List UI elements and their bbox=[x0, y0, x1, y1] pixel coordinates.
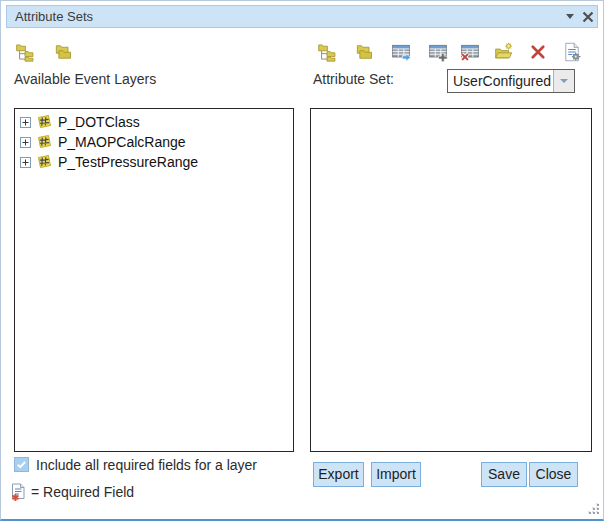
required-field-legend: = Required Field bbox=[10, 482, 134, 502]
table-plus-icon bbox=[428, 42, 448, 62]
delete-x-icon bbox=[529, 43, 547, 61]
event-layer-icon bbox=[36, 134, 52, 150]
check-icon bbox=[15, 457, 28, 472]
attribute-sets-dialog: Attribute Sets bbox=[0, 0, 604, 521]
attribute-set-dropdown-button[interactable] bbox=[553, 70, 574, 92]
include-required-row: Include all required fields for a layer bbox=[14, 456, 257, 473]
close-icon bbox=[582, 11, 594, 23]
expand-plus-icon[interactable] bbox=[20, 157, 31, 168]
folder-gear-icon bbox=[494, 42, 514, 62]
attribute-set-value: UserConfigured bbox=[448, 70, 553, 92]
event-layer-icon bbox=[36, 114, 52, 130]
new-attribute-set-button[interactable] bbox=[492, 40, 516, 64]
document-gear-icon bbox=[562, 42, 582, 62]
add-table-button[interactable] bbox=[426, 40, 450, 64]
folders-icon bbox=[53, 42, 73, 62]
export-button[interactable]: Export bbox=[313, 462, 364, 487]
attribute-set-properties-button[interactable] bbox=[560, 40, 584, 64]
panel-menu-button[interactable] bbox=[561, 7, 579, 26]
event-layer-icon bbox=[36, 154, 52, 170]
table-arrow-icon bbox=[391, 42, 411, 62]
export-table-button[interactable] bbox=[389, 40, 413, 64]
delete-attribute-set-button[interactable] bbox=[526, 40, 550, 64]
expand-plus-icon[interactable] bbox=[20, 117, 31, 128]
expand-all-set-button[interactable] bbox=[315, 40, 339, 64]
available-event-layers-label: Available Event Layers bbox=[14, 71, 156, 87]
attribute-set-fields-list[interactable] bbox=[310, 108, 592, 452]
tree-item[interactable]: P_DOTClass bbox=[15, 112, 293, 132]
folder-tree-icon bbox=[317, 42, 337, 62]
collapse-all-set-button[interactable] bbox=[352, 40, 376, 64]
tree-item-label: P_MAOPCalcRange bbox=[58, 134, 186, 150]
available-event-layers-tree: P_DOTClass P_MAOPCalcRange P_TestPressur… bbox=[14, 108, 294, 452]
titlebar: Attribute Sets bbox=[6, 5, 598, 28]
required-field-legend-label: = Required Field bbox=[31, 484, 134, 500]
tree-item[interactable]: P_TestPressureRange bbox=[15, 152, 293, 172]
tree-item-label: P_DOTClass bbox=[58, 114, 140, 130]
save-button[interactable]: Save bbox=[481, 462, 527, 487]
attribute-set-combobox[interactable]: UserConfigured bbox=[447, 69, 575, 93]
tree-item[interactable]: P_MAOPCalcRange bbox=[15, 132, 293, 152]
collapse-all-layers-button[interactable] bbox=[51, 40, 75, 64]
include-required-checkbox[interactable] bbox=[14, 457, 29, 472]
include-required-label: Include all required fields for a layer bbox=[36, 457, 257, 473]
import-button[interactable]: Import bbox=[371, 462, 421, 487]
folders-icon bbox=[354, 42, 374, 62]
attribute-set-label: Attribute Set: bbox=[313, 71, 394, 87]
chevron-down-icon bbox=[566, 14, 574, 19]
expand-plus-icon[interactable] bbox=[20, 137, 31, 148]
resize-grip[interactable] bbox=[588, 503, 600, 515]
required-field-icon bbox=[10, 483, 26, 502]
expand-all-layers-button[interactable] bbox=[13, 40, 37, 64]
table-delete-icon bbox=[460, 42, 480, 62]
close-panel-button[interactable] bbox=[579, 7, 597, 26]
chevron-down-icon bbox=[560, 79, 568, 83]
panel-title: Attribute Sets bbox=[7, 9, 93, 24]
close-button[interactable]: Close bbox=[529, 462, 578, 487]
tree-item-label: P_TestPressureRange bbox=[58, 154, 198, 170]
folder-tree-icon bbox=[15, 42, 35, 62]
remove-table-button[interactable] bbox=[458, 40, 482, 64]
